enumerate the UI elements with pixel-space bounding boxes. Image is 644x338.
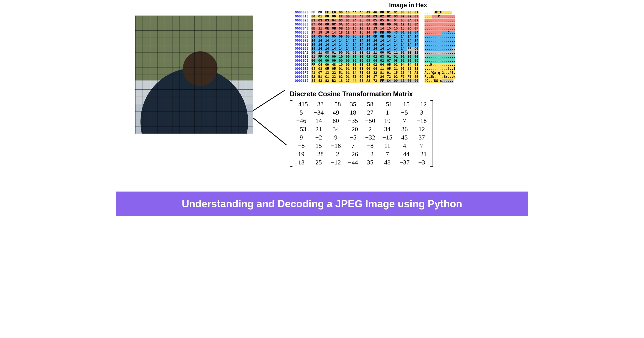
hex-byte: 00 xyxy=(352,55,357,59)
hex-byte: 02 xyxy=(366,55,370,59)
hex-byte: FF xyxy=(373,31,377,35)
hex-byte: 05 xyxy=(352,59,357,63)
hex-byte: 03 xyxy=(407,51,412,55)
matrix-cell: 35 xyxy=(345,100,362,108)
hex-byte: 03 xyxy=(359,67,364,71)
hex-byte: 03 xyxy=(366,63,370,67)
footer-banner: Understanding and Decoding a JPEG Image … xyxy=(116,192,528,216)
hex-byte: 00 xyxy=(311,51,315,55)
hex-byte: 15 xyxy=(359,31,364,35)
bracket-left xyxy=(290,100,292,167)
matrix-cell: 37 xyxy=(413,133,430,142)
hex-byte: 0B xyxy=(380,35,384,39)
hex-byte: 14 xyxy=(345,47,350,51)
hex-byte: 18 xyxy=(318,31,322,35)
hex-ascii-row: ................ xyxy=(425,35,455,39)
hex-byte: 61 xyxy=(345,71,350,75)
hex-byte: 42 xyxy=(407,71,412,75)
hex-ascii-row: ................ xyxy=(425,27,455,31)
matrix-cell: 35 xyxy=(362,158,379,167)
matrix-cell: −26 xyxy=(345,150,362,158)
matrix-cell: −28 xyxy=(310,150,327,158)
matrix-cell: 36 xyxy=(396,125,413,133)
hex-byte: 14 xyxy=(325,39,329,43)
hex-byte: 01 xyxy=(359,63,364,67)
hex-ascii-chunk: R..3b.....$r...% xyxy=(425,75,455,79)
hex-row: 41 07 13 22 51 61 14 71 08 32 81 91 15 2… xyxy=(311,71,419,75)
hex-ascii-chunk: ................ xyxy=(425,39,455,43)
hex-row: 14 14 14 14 14 14 14 14 14 14 14 14 14 1… xyxy=(311,47,419,51)
matrix-cell: 7 xyxy=(379,150,396,158)
hex-ascii-chunk: ................ xyxy=(425,35,455,39)
hex-row: 04 08 05 05 01 01 02 03 00 04 11 05 21 0… xyxy=(311,67,419,71)
bracket-right xyxy=(430,100,433,167)
hex-byte: 14 xyxy=(380,43,384,47)
hex-byte: 16 xyxy=(366,75,370,79)
hex-byte: C0 xyxy=(414,47,419,51)
hex-byte: 0D xyxy=(387,23,391,27)
hex-byte: 16 xyxy=(325,31,329,35)
table-row: −461480−35−50197−18 xyxy=(292,117,430,125)
hex-byte: 0B xyxy=(359,23,364,27)
hex-byte: 05 xyxy=(400,19,405,23)
hex-ascii-chunk: ...... xyxy=(442,79,453,83)
hex-byte: 01 xyxy=(387,55,391,59)
hex-byte: 01 xyxy=(400,31,405,35)
hex-address: 0000070 xyxy=(295,39,308,43)
hex-byte: 04 xyxy=(400,63,405,67)
hex-byte: 14 xyxy=(332,39,336,43)
hex-byte: 14 xyxy=(414,39,419,43)
hex-ascii: .....JFIF............C..................… xyxy=(425,11,455,83)
hex-byte: 08 xyxy=(318,67,322,71)
matrix-cell: 2 xyxy=(362,125,379,133)
hex-address: 0000100 xyxy=(295,75,308,79)
hex-byte: 04 xyxy=(352,19,357,23)
hex-row: 52 B1 C1 33 62 D1 E1 09 16 17 24 72 92 F… xyxy=(311,75,419,79)
hex-byte: 17 xyxy=(373,75,377,79)
hex-bytes: FF D8 FF E0 00 10 4A 46 49 46 00 01 01 0… xyxy=(311,11,419,83)
hex-byte: 08 xyxy=(325,23,329,27)
hex-byte: 0C xyxy=(345,23,350,27)
hex-address: 00000D0 xyxy=(295,63,308,67)
hex-byte: 14 xyxy=(373,43,377,47)
hex-byte: 00 xyxy=(345,55,350,59)
hex-byte: 02 xyxy=(407,15,412,19)
hex-byte: 14 xyxy=(325,43,329,47)
hex-byte: 04 xyxy=(414,31,419,35)
hex-byte: 01 xyxy=(414,11,419,14)
hex-ascii-row: ................ xyxy=(425,55,455,59)
hex-byte: C4 xyxy=(325,55,329,59)
hex-row: 14 14 14 14 14 14 14 14 14 14 14 14 14 1… xyxy=(311,39,419,43)
matrix-cell: −2 xyxy=(362,150,379,158)
matrix-cell: −20 xyxy=(345,125,362,133)
matrix-cell: −15 xyxy=(396,100,413,108)
table-row: −415−33−583558−51−15−12 xyxy=(292,100,430,108)
hex-ascii-row: ...H............ xyxy=(425,63,455,67)
hex-byte: 00 xyxy=(407,11,412,14)
hex-byte: 00 xyxy=(325,15,329,19)
hex-row: 14 14 14 14 14 14 14 14 14 14 14 14 14 1… xyxy=(311,43,419,47)
matrix-cell: −5 xyxy=(345,133,362,142)
matrix-cell: −34 xyxy=(310,108,327,117)
hex-byte: 10 xyxy=(339,63,343,67)
hex-ascii-chunk: 4C..'DS.s xyxy=(425,79,442,83)
matrix-cell: 14 xyxy=(310,117,327,125)
hex-byte: 33 xyxy=(332,75,336,79)
hex-row: 00 11 08 01 90 01 90 03 01 11 00 02 11 0… xyxy=(311,51,419,55)
hex-ascii-row: ................ xyxy=(425,47,455,51)
hex-byte: 02 xyxy=(380,15,384,19)
hex-byte: 04 xyxy=(407,63,412,67)
matrix-cell: 18 xyxy=(345,108,362,117)
hex-byte: 17 xyxy=(311,31,315,35)
hex-address: 0000020 xyxy=(295,19,308,23)
hex-address: 00000E0 xyxy=(295,67,308,71)
hex-byte: 00 xyxy=(359,55,364,59)
hex-byte: 05 xyxy=(387,63,391,67)
hex-byte: 23 xyxy=(400,71,405,75)
matrix-cell: 3 xyxy=(413,108,430,117)
hex-byte: 05 xyxy=(345,35,350,39)
hex-byte: 22 xyxy=(332,71,336,75)
hex-ascii-chunk: ......... xyxy=(425,31,442,35)
hex-byte: 14 xyxy=(400,43,405,47)
hex-byte: 03 xyxy=(380,55,384,59)
